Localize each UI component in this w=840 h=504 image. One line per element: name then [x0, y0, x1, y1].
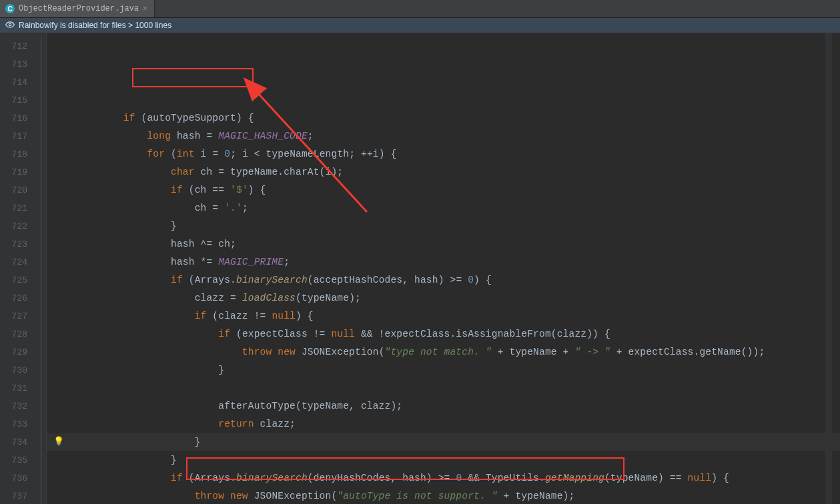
line-number: 722 — [0, 217, 27, 235]
code-line[interactable]: if (autoTypeSupport) { — [47, 109, 840, 127]
line-number: 728 — [0, 325, 27, 343]
line-number: 732 — [0, 397, 27, 415]
code-editor[interactable]: 7127137147157167177187197207217227237247… — [0, 33, 840, 504]
fold-gutter — [37, 33, 47, 504]
line-number-gutter: 7127137147157167177187197207217227237247… — [0, 33, 37, 504]
line-number: 736 — [0, 469, 27, 487]
code-line[interactable]: } — [47, 361, 840, 379]
file-tab[interactable]: C ObjectReaderProvider.java × — [0, 0, 155, 17]
code-line[interactable] — [47, 91, 840, 109]
code-line[interactable]: ch = '.'; — [47, 199, 840, 217]
line-number: 737 — [0, 487, 27, 504]
right-scroll-strip[interactable] — [825, 33, 832, 504]
code-line[interactable]: char ch = typeName.charAt(i); — [47, 163, 840, 181]
code-line[interactable]: if (expectClass != null && !expectClass.… — [47, 325, 840, 343]
close-icon[interactable]: × — [143, 4, 147, 13]
code-area[interactable]: if (autoTypeSupport) { long hash = MAGIC… — [47, 33, 840, 504]
code-line[interactable]: afterAutoType(typeName, clazz); — [47, 397, 840, 415]
line-number: 716 — [0, 109, 27, 127]
code-line[interactable]: if (Arrays.binarySearch(denyHashCodes, h… — [47, 469, 840, 487]
line-number: 726 — [0, 289, 27, 307]
line-number: 720 — [0, 181, 27, 199]
line-number: 718 — [0, 145, 27, 163]
line-number: 729 — [0, 343, 27, 361]
code-line[interactable]: clazz = loadClass(typeName); — [47, 289, 840, 307]
line-number: 719 — [0, 163, 27, 181]
code-line[interactable]: long hash = MAGIC_HASH_CODE; — [47, 127, 840, 145]
code-line[interactable]: } — [47, 451, 840, 469]
code-line[interactable]: throw new JSONException("type not match.… — [47, 343, 840, 361]
editor-tab-bar: C ObjectReaderProvider.java × — [0, 0, 840, 18]
code-line[interactable]: if (clazz != null) { — [47, 307, 840, 325]
code-line[interactable]: } — [47, 433, 840, 451]
code-line[interactable]: for (int i = 0; i < typeNameLength; ++i)… — [47, 145, 840, 163]
code-line[interactable]: hash *= MAGIC_PRIME; — [47, 253, 840, 271]
notification-text: Rainbowify is disabled for files > 1000 … — [19, 21, 171, 30]
code-line[interactable]: return clazz; — [47, 415, 840, 433]
line-number: 727 — [0, 307, 27, 325]
line-number: 721 — [0, 199, 27, 217]
code-line[interactable]: if (ch == '$') { — [47, 181, 840, 199]
fold-line — [41, 37, 41, 504]
class-icon: C — [5, 4, 15, 13]
line-number: 733 — [0, 415, 27, 433]
line-number: 712 — [0, 37, 27, 55]
line-number: 723 — [0, 235, 27, 253]
line-number: 734 — [0, 433, 27, 451]
line-number: 715 — [0, 91, 27, 109]
line-number: 717 — [0, 127, 27, 145]
code-line[interactable]: throw new JSONException("autoType is not… — [47, 487, 840, 504]
tab-filename: ObjectReaderProvider.java — [19, 4, 139, 13]
line-number: 724 — [0, 253, 27, 271]
code-line[interactable]: hash ^= ch; — [47, 235, 840, 253]
line-number: 730 — [0, 361, 27, 379]
line-number: 735 — [0, 451, 27, 469]
line-number: 731 — [0, 379, 27, 397]
notification-bar: Rainbowify is disabled for files > 1000 … — [0, 18, 840, 33]
code-line[interactable]: } — [47, 217, 840, 235]
line-number: 725 — [0, 271, 27, 289]
line-number: 714 — [0, 73, 27, 91]
line-number: 713 — [0, 55, 27, 73]
svg-point-0 — [9, 23, 11, 26]
code-line[interactable]: if (Arrays.binarySearch(acceptHashCodes,… — [47, 271, 840, 289]
eye-icon — [5, 20, 15, 31]
code-line[interactable] — [47, 379, 840, 397]
